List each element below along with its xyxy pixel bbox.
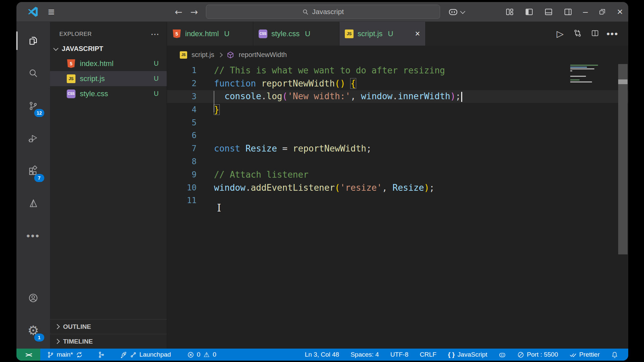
back-icon[interactable]: ← xyxy=(175,7,182,17)
status-launchpad[interactable]: Launchpad xyxy=(120,351,171,358)
text-caret xyxy=(461,92,462,102)
command-center-search[interactable]: Javascript xyxy=(206,5,440,19)
error-icon xyxy=(187,351,194,358)
activity-item-accounts[interactable] xyxy=(16,282,50,314)
chevron-down-icon xyxy=(460,9,466,14)
code-line-4[interactable]: 4} xyxy=(167,103,628,116)
graph-icon xyxy=(98,351,105,358)
customize-layout-icon[interactable] xyxy=(505,7,514,16)
section-label: OUTLINE xyxy=(63,323,91,330)
search-icon xyxy=(302,9,309,15)
double-check-icon xyxy=(570,351,577,358)
toggle-primary-sidebar-icon[interactable] xyxy=(525,7,534,16)
scrollbar-slider[interactable] xyxy=(618,79,628,84)
copilot-menu[interactable] xyxy=(448,7,465,17)
line-number: 11 xyxy=(167,196,197,205)
status-live-server-port[interactable]: Port : 5500 xyxy=(517,351,558,358)
chevron-right-icon xyxy=(55,339,60,344)
code-text: window.addEventListener('resize', Resize… xyxy=(197,183,434,193)
code-line-8[interactable]: 8 xyxy=(167,155,628,168)
tab-script.js[interactable]: JSscript.jsU× xyxy=(339,22,426,46)
ellipsis-icon: ••• xyxy=(28,231,39,241)
section-timeline[interactable]: TIMELINE xyxy=(50,334,167,349)
section-label: TIMELINE xyxy=(63,338,93,345)
code-line-6[interactable]: 6 xyxy=(167,129,628,142)
file-item-index.html[interactable]: 5index.htmlU xyxy=(50,56,167,71)
breadcrumb-file[interactable]: script.js xyxy=(192,51,214,59)
activity-item-settings[interactable]: ⚙1 xyxy=(16,314,50,347)
run-button[interactable]: ▷ xyxy=(556,29,565,38)
open-changes-button[interactable] xyxy=(573,29,582,39)
status-indentation[interactable]: Spaces: 4 xyxy=(351,351,379,358)
menu-icon[interactable]: ≡ xyxy=(48,6,55,17)
chevron-right-icon xyxy=(218,52,223,57)
status-bar: ><main*Launchpad0⚠0Ln 3, Col 48Spaces: 4… xyxy=(16,349,628,361)
compare-icon xyxy=(573,29,582,38)
more-actions-button[interactable]: ••• xyxy=(608,29,617,38)
folder-javascript[interactable]: JAVASCRIPT xyxy=(50,41,167,56)
status-copilot-status[interactable] xyxy=(499,351,506,358)
status-remote-indicator[interactable]: >< xyxy=(16,349,40,361)
forward-icon[interactable]: → xyxy=(191,7,198,17)
restore-icon[interactable] xyxy=(598,8,606,16)
copilot-icon xyxy=(448,7,458,17)
explorer-more-icon[interactable]: ⋯ xyxy=(151,29,160,40)
code-line-7[interactable]: 7const Resize = reportNewWidth; xyxy=(167,142,628,155)
activity-item-more-views[interactable]: ••• xyxy=(16,220,50,252)
file-item-style.css[interactable]: CSSstyle.cssU xyxy=(50,86,167,101)
code-line-2[interactable]: 2function reportNewWidth() { xyxy=(167,77,628,90)
more-icon: ••• xyxy=(608,29,617,38)
status-eol[interactable]: CRLF xyxy=(420,351,436,358)
git-status-badge: U xyxy=(224,29,229,38)
split-editor-button[interactable] xyxy=(591,29,599,39)
status-notifications[interactable] xyxy=(611,351,618,358)
minimap[interactable] xyxy=(570,65,602,83)
vscode-window: ≡ ← → Javascript xyxy=(16,2,628,361)
activity-item-extensions[interactable]: 7 xyxy=(16,155,50,187)
status-git-graph[interactable] xyxy=(98,351,105,358)
activity-item-run-debug[interactable] xyxy=(16,122,50,155)
line-number: 8 xyxy=(167,157,197,166)
toggle-panel-icon[interactable] xyxy=(544,7,553,16)
line-number: 10 xyxy=(167,183,197,192)
breadcrumb: JS script.js reportNewWidth xyxy=(167,46,628,64)
code-editor[interactable]: 1// This is what we want to do after res… xyxy=(167,64,628,349)
status-formatter[interactable]: Prettier xyxy=(570,351,600,358)
status-git-branch[interactable]: main* xyxy=(47,351,83,358)
tab-style.css[interactable]: CSSstyle.cssU xyxy=(253,22,339,46)
vertical-scrollbar[interactable] xyxy=(618,64,628,254)
status-language-mode[interactable]: { }JavaScript xyxy=(448,351,487,358)
copilot-icon xyxy=(499,351,506,358)
activity-item-search[interactable] xyxy=(16,57,50,89)
file-item-script.js[interactable]: JSscript.jsU xyxy=(50,71,167,86)
code-line-10[interactable]: 10window.addEventListener('resize', Resi… xyxy=(167,181,628,194)
breadcrumb-symbol[interactable]: reportNewWidth xyxy=(239,51,287,59)
minimize-icon[interactable]: – xyxy=(583,7,588,17)
section-outline[interactable]: OUTLINE xyxy=(50,319,167,334)
code-line-9[interactable]: 9// Attach listener xyxy=(167,168,628,181)
commit-link-icon xyxy=(130,351,137,358)
status-problems[interactable]: 0⚠0 xyxy=(187,351,216,358)
tab-index.html[interactable]: 5index.htmlU xyxy=(167,22,253,46)
code-text: function reportNewWidth() { xyxy=(197,78,356,88)
chevron-right-icon xyxy=(55,324,60,329)
explorer-sidebar: EXPLORER ⋯ JAVASCRIPT 5index.htmlUJSscri… xyxy=(50,22,167,349)
status-text: UTF-8 xyxy=(390,351,409,358)
toggle-secondary-sidebar-icon[interactable] xyxy=(564,7,573,16)
split-icon xyxy=(591,29,599,38)
code-line-5[interactable]: 5 xyxy=(167,116,628,129)
editor-group: 5index.htmlUCSSstyle.cssUJSscript.jsU× ▷… xyxy=(167,22,628,349)
code-line-1[interactable]: 1// This is what we want to do after res… xyxy=(167,64,628,77)
activity-item-source-control[interactable]: 12 xyxy=(16,89,50,122)
code-line-3[interactable]: 3 console.log('New width:', window.inner… xyxy=(167,90,628,103)
close-tab-icon[interactable]: × xyxy=(415,29,420,39)
activity-item-explorer[interactable] xyxy=(16,24,50,57)
activity-item-prism[interactable] xyxy=(16,187,50,220)
close-icon[interactable]: × xyxy=(617,6,623,17)
file-name: style.css xyxy=(80,89,108,98)
circle-slash-icon xyxy=(517,351,524,358)
code-line-11[interactable]: 11 xyxy=(167,194,628,207)
status-encoding[interactable]: UTF-8 xyxy=(390,351,409,358)
status-text: 0 xyxy=(213,351,216,358)
status-cursor-position[interactable]: Ln 3, Col 48 xyxy=(305,351,339,358)
